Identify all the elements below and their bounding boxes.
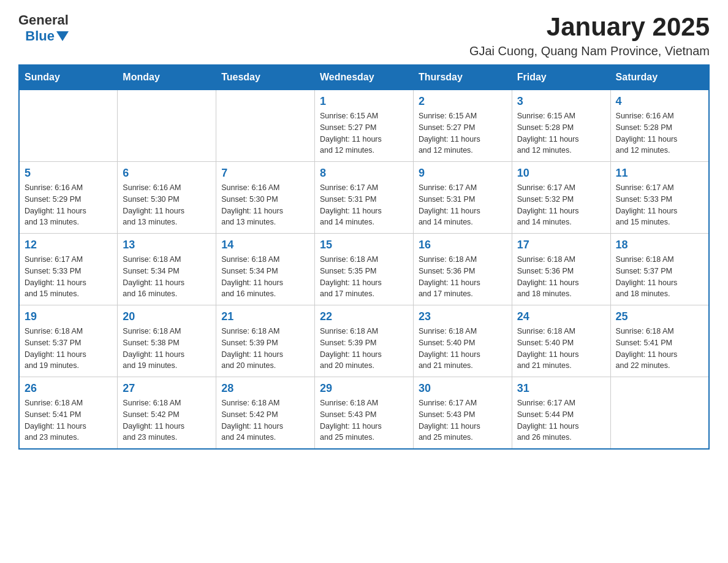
day-info: Sunrise: 6:18 AMSunset: 5:41 PMDaylight:…	[616, 326, 703, 372]
day-number: 18	[616, 239, 703, 251]
calendar-day-cell: 6Sunrise: 6:16 AMSunset: 5:30 PMDaylight…	[118, 162, 216, 234]
calendar-day-cell: 14Sunrise: 6:18 AMSunset: 5:34 PMDayligh…	[216, 234, 315, 305]
day-info: Sunrise: 6:18 AMSunset: 5:36 PMDaylight:…	[419, 254, 507, 300]
calendar-day-cell: 21Sunrise: 6:18 AMSunset: 5:39 PMDayligh…	[216, 305, 315, 377]
day-info: Sunrise: 6:16 AMSunset: 5:30 PMDaylight:…	[221, 182, 309, 228]
day-info: Sunrise: 6:17 AMSunset: 5:44 PMDaylight:…	[517, 397, 605, 443]
day-number: 22	[320, 310, 408, 323]
calendar-day-cell: 12Sunrise: 6:17 AMSunset: 5:33 PMDayligh…	[19, 234, 118, 305]
calendar-day-cell	[216, 90, 315, 162]
day-info: Sunrise: 6:18 AMSunset: 5:38 PMDaylight:…	[123, 326, 211, 372]
calendar-day-header: Saturday	[610, 65, 709, 90]
calendar-week-row: 26Sunrise: 6:18 AMSunset: 5:41 PMDayligh…	[19, 377, 709, 450]
calendar-day-cell: 25Sunrise: 6:18 AMSunset: 5:41 PMDayligh…	[610, 305, 709, 377]
day-number: 7	[221, 167, 309, 180]
day-info: Sunrise: 6:18 AMSunset: 5:40 PMDaylight:…	[419, 326, 507, 372]
calendar-day-cell: 19Sunrise: 6:18 AMSunset: 5:37 PMDayligh…	[19, 305, 118, 377]
day-info: Sunrise: 6:18 AMSunset: 5:41 PMDaylight:…	[25, 397, 112, 443]
logo-blue-text: Blue	[25, 28, 55, 44]
calendar-day-header: Sunday	[19, 65, 118, 90]
day-number: 27	[123, 382, 211, 395]
day-number: 2	[419, 95, 507, 108]
day-number: 11	[616, 167, 703, 180]
calendar-day-cell: 20Sunrise: 6:18 AMSunset: 5:38 PMDayligh…	[118, 305, 216, 377]
day-info: Sunrise: 6:15 AMSunset: 5:27 PMDaylight:…	[320, 110, 408, 156]
calendar-header-row: SundayMondayTuesdayWednesdayThursdayFrid…	[19, 65, 709, 90]
day-info: Sunrise: 6:15 AMSunset: 5:27 PMDaylight:…	[419, 110, 507, 156]
calendar-day-header: Tuesday	[216, 65, 315, 90]
calendar-week-row: 19Sunrise: 6:18 AMSunset: 5:37 PMDayligh…	[19, 305, 709, 377]
day-info: Sunrise: 6:18 AMSunset: 5:37 PMDaylight:…	[25, 326, 112, 372]
day-number: 1	[320, 95, 408, 108]
day-number: 31	[517, 382, 605, 395]
calendar-day-cell: 13Sunrise: 6:18 AMSunset: 5:34 PMDayligh…	[118, 234, 216, 305]
calendar-header: SundayMondayTuesdayWednesdayThursdayFrid…	[19, 65, 709, 90]
day-info: Sunrise: 6:18 AMSunset: 5:39 PMDaylight:…	[221, 326, 309, 372]
calendar-day-cell: 4Sunrise: 6:16 AMSunset: 5:28 PMDaylight…	[610, 90, 709, 162]
calendar-day-cell	[118, 90, 216, 162]
calendar-day-cell: 27Sunrise: 6:18 AMSunset: 5:42 PMDayligh…	[118, 377, 216, 450]
day-number: 6	[123, 167, 211, 180]
day-info: Sunrise: 6:15 AMSunset: 5:28 PMDaylight:…	[517, 110, 605, 156]
day-number: 24	[517, 310, 605, 323]
day-number: 10	[517, 167, 605, 180]
calendar-day-cell: 10Sunrise: 6:17 AMSunset: 5:32 PMDayligh…	[512, 162, 610, 234]
day-number: 8	[320, 167, 408, 180]
calendar-week-row: 1Sunrise: 6:15 AMSunset: 5:27 PMDaylight…	[19, 90, 709, 162]
day-number: 14	[221, 239, 309, 251]
calendar-day-cell: 1Sunrise: 6:15 AMSunset: 5:27 PMDaylight…	[315, 90, 414, 162]
title-area: January 2025 GJai Cuong, Quang Nam Provi…	[469, 12, 710, 58]
calendar-day-cell: 2Sunrise: 6:15 AMSunset: 5:27 PMDaylight…	[413, 90, 512, 162]
calendar-day-cell: 11Sunrise: 6:17 AMSunset: 5:33 PMDayligh…	[610, 162, 709, 234]
calendar-body: 1Sunrise: 6:15 AMSunset: 5:27 PMDaylight…	[19, 90, 709, 449]
calendar-week-row: 5Sunrise: 6:16 AMSunset: 5:29 PMDaylight…	[19, 162, 709, 234]
day-info: Sunrise: 6:18 AMSunset: 5:43 PMDaylight:…	[320, 397, 408, 443]
day-number: 4	[616, 95, 703, 108]
calendar-day-cell: 29Sunrise: 6:18 AMSunset: 5:43 PMDayligh…	[315, 377, 414, 450]
day-number: 17	[517, 239, 605, 251]
calendar-day-cell: 8Sunrise: 6:17 AMSunset: 5:31 PMDaylight…	[315, 162, 414, 234]
calendar-day-cell: 9Sunrise: 6:17 AMSunset: 5:31 PMDaylight…	[413, 162, 512, 234]
day-number: 9	[419, 167, 507, 180]
calendar-day-cell: 22Sunrise: 6:18 AMSunset: 5:39 PMDayligh…	[315, 305, 414, 377]
calendar-day-header: Friday	[512, 65, 610, 90]
day-info: Sunrise: 6:17 AMSunset: 5:31 PMDaylight:…	[320, 182, 408, 228]
calendar-day-cell: 18Sunrise: 6:18 AMSunset: 5:37 PMDayligh…	[610, 234, 709, 305]
day-number: 25	[616, 310, 703, 323]
calendar-day-cell: 15Sunrise: 6:18 AMSunset: 5:35 PMDayligh…	[315, 234, 414, 305]
calendar-day-cell: 30Sunrise: 6:17 AMSunset: 5:43 PMDayligh…	[413, 377, 512, 450]
calendar-day-cell: 28Sunrise: 6:18 AMSunset: 5:42 PMDayligh…	[216, 377, 315, 450]
day-info: Sunrise: 6:18 AMSunset: 5:42 PMDaylight:…	[123, 397, 211, 443]
calendar-table: SundayMondayTuesdayWednesdayThursdayFrid…	[18, 64, 710, 450]
calendar-day-header: Monday	[118, 65, 216, 90]
day-info: Sunrise: 6:18 AMSunset: 5:37 PMDaylight:…	[616, 254, 703, 300]
day-info: Sunrise: 6:16 AMSunset: 5:28 PMDaylight:…	[616, 110, 703, 156]
page-title: January 2025	[469, 12, 710, 42]
page-subtitle: GJai Cuong, Quang Nam Province, Vietnam	[469, 44, 710, 58]
day-number: 30	[419, 382, 507, 395]
logo-triangle-icon	[56, 31, 69, 41]
day-info: Sunrise: 6:18 AMSunset: 5:34 PMDaylight:…	[123, 254, 211, 300]
day-info: Sunrise: 6:18 AMSunset: 5:34 PMDaylight:…	[221, 254, 309, 300]
day-number: 19	[25, 310, 112, 323]
logo-general-text: General	[18, 12, 69, 28]
day-number: 15	[320, 239, 408, 251]
day-number: 3	[517, 95, 605, 108]
calendar-day-cell: 16Sunrise: 6:18 AMSunset: 5:36 PMDayligh…	[413, 234, 512, 305]
calendar-day-cell: 17Sunrise: 6:18 AMSunset: 5:36 PMDayligh…	[512, 234, 610, 305]
header: General Blue January 2025 GJai Cuong, Qu…	[18, 12, 710, 58]
day-number: 29	[320, 382, 408, 395]
day-number: 23	[419, 310, 507, 323]
day-number: 13	[123, 239, 211, 251]
day-info: Sunrise: 6:17 AMSunset: 5:33 PMDaylight:…	[616, 182, 703, 228]
day-info: Sunrise: 6:18 AMSunset: 5:42 PMDaylight:…	[221, 397, 309, 443]
day-number: 5	[25, 167, 112, 180]
calendar-day-cell: 5Sunrise: 6:16 AMSunset: 5:29 PMDaylight…	[19, 162, 118, 234]
calendar-day-header: Thursday	[413, 65, 512, 90]
calendar-day-cell: 3Sunrise: 6:15 AMSunset: 5:28 PMDaylight…	[512, 90, 610, 162]
day-number: 28	[221, 382, 309, 395]
calendar-week-row: 12Sunrise: 6:17 AMSunset: 5:33 PMDayligh…	[19, 234, 709, 305]
calendar-day-cell: 31Sunrise: 6:17 AMSunset: 5:44 PMDayligh…	[512, 377, 610, 450]
calendar-day-header: Wednesday	[315, 65, 414, 90]
day-number: 12	[25, 239, 112, 251]
